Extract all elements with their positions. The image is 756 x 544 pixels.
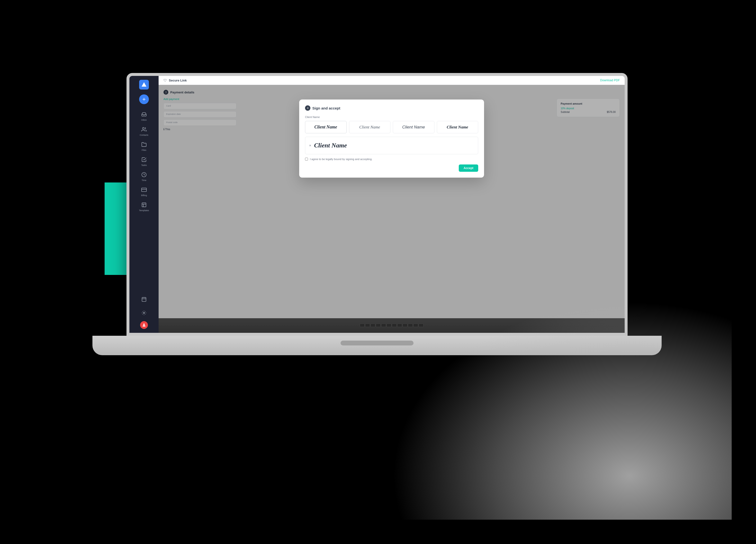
time-label: Time <box>142 179 146 181</box>
sig-text-4: Client Name <box>447 125 468 130</box>
page-body: 3 Payment details Add payment Card Expir… <box>159 85 625 333</box>
topbar-left: 🛡 Secure Link <box>163 78 187 82</box>
svg-rect-4 <box>142 203 146 207</box>
sidebar: + Inbox <box>129 76 159 333</box>
laptop-base <box>92 336 662 355</box>
sidebar-item-time[interactable]: Time <box>133 169 155 183</box>
modal-title: Sign and accept <box>312 106 340 110</box>
signature-option-1[interactable]: Client Name <box>305 121 347 133</box>
tasks-icon <box>141 156 147 163</box>
laptop-container: + Inbox <box>92 73 662 462</box>
modal-actions: Accept <box>305 164 478 172</box>
topbar: 🛡 Secure Link Download PDF <box>159 76 625 85</box>
sidebar-item-inbox[interactable]: Inbox <box>133 109 155 123</box>
plus-icon: + <box>142 96 146 102</box>
inbox-label: Inbox <box>141 119 147 121</box>
time-icon <box>141 171 147 178</box>
legal-agree-row: I agree to be legally bound by signing a… <box>305 158 478 161</box>
contacts-label: Contacts <box>140 134 148 136</box>
modal-overlay: 4 Sign and accept Client Name Client Nam… <box>159 85 625 333</box>
svg-point-11 <box>143 312 145 314</box>
signature-option-3[interactable]: Client Name <box>393 121 434 133</box>
signature-option-2[interactable]: Client Name <box>349 121 391 133</box>
sidebar-item-calendar[interactable] <box>133 294 155 305</box>
app-logo <box>139 80 149 90</box>
laptop-screen: + Inbox <box>126 73 628 336</box>
sidebar-item-templates[interactable]: Templates <box>133 199 155 214</box>
sidebar-item-tasks[interactable]: Tasks <box>133 154 155 168</box>
sidebar-item-settings[interactable] <box>133 308 155 318</box>
sig-preview-text: Client Name <box>314 142 347 149</box>
sig-text-2: Client Name <box>359 125 380 130</box>
sidebar-item-billing[interactable]: Billing <box>133 184 155 199</box>
main-content: 🛡 Secure Link Download PDF 3 Payment det… <box>159 76 625 333</box>
avatar-icon <box>142 323 146 327</box>
signature-option-4[interactable]: Client Name <box>437 121 478 133</box>
sidebar-item-files[interactable]: Files <box>133 139 155 153</box>
sidebar-add-button[interactable]: + <box>139 94 149 104</box>
svg-point-12 <box>143 324 145 325</box>
svg-point-0 <box>143 127 144 129</box>
inbox-icon <box>141 111 147 118</box>
signature-preview: × Client Name <box>305 137 478 154</box>
download-pdf-button[interactable]: Download PDF <box>600 79 620 82</box>
sign-accept-modal: 4 Sign and accept Client Name Client Nam… <box>299 100 484 178</box>
legal-agree-text: I agree to be legally bound by signing a… <box>310 158 372 161</box>
billing-icon <box>141 186 147 193</box>
accept-button[interactable]: Accept <box>459 164 478 172</box>
sig-text-3: Client Name <box>402 125 425 130</box>
screen-content: + Inbox <box>129 76 625 333</box>
topbar-title: Secure Link <box>169 79 187 82</box>
calendar-icon <box>141 296 147 303</box>
settings-icon <box>141 309 147 316</box>
tasks-label: Tasks <box>141 164 147 166</box>
files-label: Files <box>142 149 146 151</box>
client-name-label: Client Name <box>305 116 478 118</box>
signature-options: Client Name Client Name Client Name Clie… <box>305 121 478 133</box>
modal-step-badge: 4 <box>305 105 310 111</box>
sig-text-1: Client Name <box>315 125 337 130</box>
files-icon <box>141 141 147 148</box>
svg-rect-7 <box>142 298 146 302</box>
billing-label: Billing <box>141 194 147 197</box>
sig-x-mark: × <box>309 144 311 147</box>
logo-icon <box>141 82 147 88</box>
sidebar-bottom <box>133 294 155 329</box>
legal-agree-checkbox[interactable] <box>305 158 308 161</box>
templates-icon <box>141 201 147 208</box>
svg-rect-2 <box>142 188 146 192</box>
user-avatar[interactable] <box>140 321 148 329</box>
modal-header: 4 Sign and accept <box>305 105 478 111</box>
contacts-icon <box>141 126 147 133</box>
sidebar-item-contacts[interactable]: Contacts <box>133 124 155 138</box>
templates-label: Templates <box>139 209 149 212</box>
shield-icon: 🛡 <box>163 78 167 82</box>
